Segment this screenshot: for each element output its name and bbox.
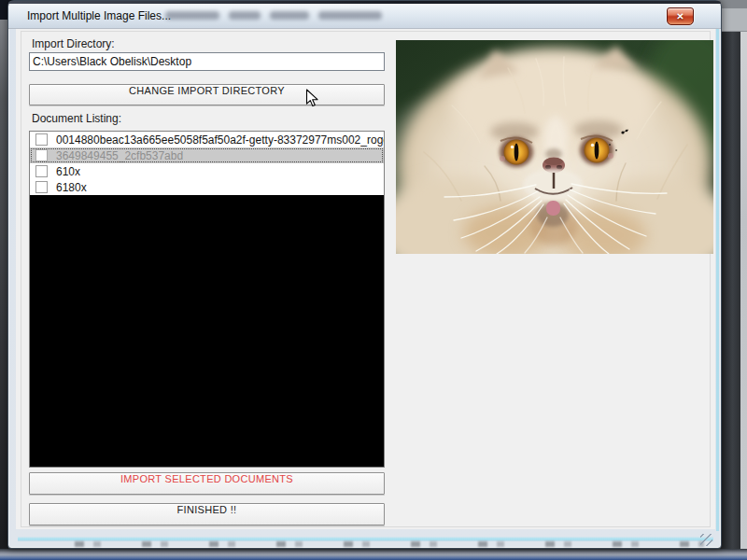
dialog-client-area: Import Directory: CHANGE IMPORT DIRECTOR… — [16, 29, 715, 529]
cat-photo-drawing — [396, 40, 713, 254]
document-name: 0014880beac13a665ee5058f5af50a2f-getty-8… — [56, 133, 384, 147]
document-row[interactable]: 0014880beac13a665ee5058f5af50a2f-getty-8… — [30, 132, 384, 147]
document-row-selected[interactable]: 3649849455_2cfb537abd — [30, 147, 384, 163]
document-checkbox[interactable] — [35, 149, 48, 161]
close-icon: ✕ — [676, 11, 684, 21]
titlebar-ghost-smudge — [165, 11, 382, 20]
document-row[interactable]: 610x — [30, 163, 384, 179]
glass-edge-right — [716, 29, 719, 531]
mouse-cursor-icon — [305, 89, 319, 108]
document-checkbox[interactable] — [35, 165, 48, 177]
image-preview-cat-photo — [396, 40, 713, 254]
import-selected-button[interactable]: IMPORT SELECTED DOCUMENTS — [29, 472, 385, 495]
import-dialog-window: Import Multiple Image Files... ✕ Import … — [7, 0, 722, 549]
glass-bottom-smudges — [50, 541, 704, 547]
close-button[interactable]: ✕ — [667, 7, 694, 25]
backdrop-taskbar-strip — [0, 549, 747, 560]
window-title: Import Multiple Image Files... — [27, 9, 171, 22]
document-name: 610x — [56, 165, 80, 178]
document-name: 6180x — [56, 181, 87, 194]
backdrop-right-light-strip — [740, 0, 747, 549]
document-checkbox[interactable] — [35, 181, 48, 193]
resize-grip[interactable] — [700, 534, 712, 546]
import-directory-input[interactable] — [29, 52, 385, 71]
backdrop-right-dark-strip — [721, 0, 740, 549]
document-listing-label: Document Listing: — [32, 112, 121, 125]
finished-button[interactable]: FINISHED !! — [29, 503, 385, 525]
document-checkbox[interactable] — [35, 133, 48, 146]
document-name: 3649849455_2cfb537abd — [56, 149, 183, 162]
document-row[interactable]: 6180x — [30, 179, 384, 195]
titlebar[interactable]: Import Multiple Image Files... — [8, 4, 721, 29]
import-directory-label: Import Directory: — [32, 37, 115, 50]
change-import-directory-button[interactable]: CHANGE IMPORT DIRECTORY — [29, 84, 385, 105]
document-listbox[interactable]: 0014880beac13a665ee5058f5af50a2f-getty-8… — [29, 131, 385, 468]
